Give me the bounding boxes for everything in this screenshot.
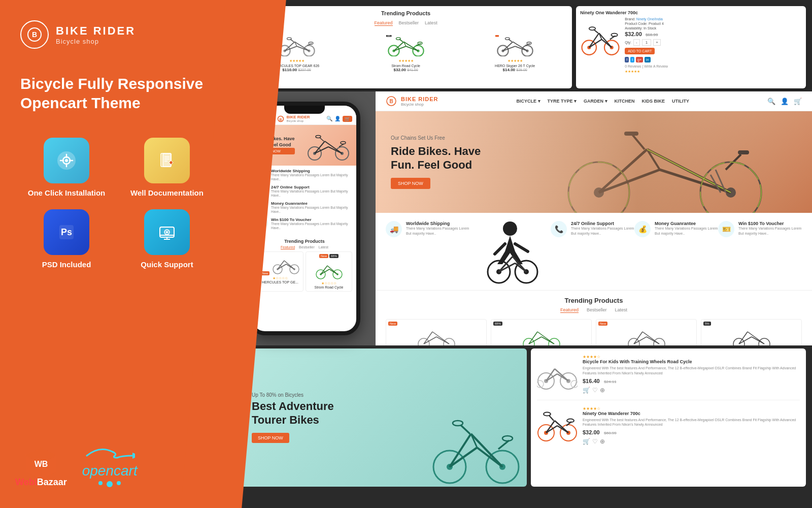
desk-money-title: Money Guanrantee (655, 221, 718, 226)
desk-user-icon[interactable]: 👤 (781, 98, 789, 105)
desk-cart-icon[interactable]: 🛒 (794, 98, 802, 105)
dot3 (117, 481, 121, 485)
phone-search-icon[interactable]: 🔍 (326, 116, 332, 122)
svg-text:B: B (280, 118, 282, 121)
svg-point-174 (453, 421, 463, 426)
dot2 (107, 481, 113, 487)
svg-point-64 (527, 42, 531, 44)
phone-user-icon[interactable]: 👤 (334, 116, 341, 122)
svg-text:B: B (32, 30, 37, 39)
kids-cart-icon[interactable]: 🛒 (583, 387, 590, 394)
svg-point-129 (503, 221, 517, 236)
bottom-right-products: ★★★★☆ Bicycle For Kids With Training Whe… (531, 348, 806, 487)
kids-stars: ★★★★☆ (583, 355, 800, 359)
svg-line-163 (752, 337, 764, 344)
sc-detail-flex: Brand: Ninety One/India Product Code: Pr… (580, 17, 802, 74)
sc-tab-featured: Featured (375, 20, 393, 26)
desk-nav-links: BICYCLE ▾ TYRE TYPE ▾ GARDEN ▾ KITCHEN K… (517, 99, 690, 104)
svg-point-50 (418, 42, 422, 44)
phone-trending-title: Trending Products (257, 239, 352, 244)
phone-badge-pct-2: 68% (329, 254, 339, 258)
bottom-product-info-kids: ★★★★☆ Bicycle For Kids With Training Whe… (583, 355, 800, 394)
phone-tab-featured[interactable]: Featured (281, 245, 295, 249)
kids-price: $16.40 (583, 378, 600, 384)
wanderer-cart-icon[interactable]: 🛒 (583, 438, 590, 445)
phone-feat-support: 📞 24/7 Online Support There Many Variati… (257, 185, 352, 198)
desk-tab-featured[interactable]: Featured (560, 307, 579, 313)
svg-line-150 (529, 337, 542, 344)
product-detail-screenshot: Ninety One Wanderer 700c (576, 6, 806, 88)
svg-line-191 (546, 421, 555, 433)
feature-psd: Ps PSD Included (20, 209, 113, 269)
phone-voucher-title: Win $100 To Voucher (271, 217, 352, 222)
kids-title: Bicycle For Kids With Training Wheels Ro… (583, 359, 800, 364)
tagline: Bicycle Fully Responsive Opencart Theme (0, 59, 233, 128)
svg-point-76 (589, 27, 595, 30)
svg-point-196 (544, 412, 551, 416)
svg-line-89 (320, 138, 324, 141)
wanderer-compare-icon[interactable]: ⊕ (600, 438, 605, 445)
kids-desc: Engineered With The best features And Pe… (583, 366, 800, 376)
sc-brand-row: Brand: Ninety One/India (625, 17, 802, 21)
sc-products: ★★★★★ HERCULES TOP GEAR 626 $110.00 $207… (240, 29, 572, 74)
phone-voucher-sub: There Many Variations Passages Lorem But… (271, 222, 352, 231)
bottom-product-wanderer: ★★★★☆ Ninety One Wanderer 700c Engineere… (537, 406, 800, 452)
svg-point-4 (65, 159, 68, 162)
desk-nav-utility[interactable]: UTILITY (672, 99, 689, 104)
svg-line-195 (549, 416, 554, 421)
feature-quick-support: Quick Support (121, 209, 213, 269)
desk-search-icon[interactable]: 🔍 (767, 98, 775, 105)
bottom-banner-small: Up To 80% on Bicycles (252, 392, 515, 398)
wanderer-heart-icon[interactable]: ♡ (592, 438, 598, 445)
desk-feat-voucher-right: 🎫 Win $100 To Voucher There Many Variati… (718, 221, 802, 282)
kids-compare-icon[interactable]: ⊕ (600, 387, 605, 394)
desk-hero-text: Our Chains Set Us Free Ride Bikes. HaveF… (376, 120, 496, 204)
sc-trending-tabs: Featured Bestseller Latest (240, 20, 572, 26)
desk-hero-btn[interactable]: SHOP NOW (391, 178, 430, 189)
phone-products-row: New (257, 251, 352, 292)
sc-li[interactable]: in (645, 57, 650, 62)
bottom-product-info-wanderer: ★★★★☆ Ninety One Wanderer 700c Engineere… (583, 406, 800, 446)
desk-prod-badge-3: New (598, 322, 607, 326)
sc-g[interactable]: g+ (636, 57, 643, 62)
desk-tab-latest[interactable]: Latest (615, 307, 628, 313)
kids-old-price: $24.11 (604, 379, 616, 384)
sc-qty-plus[interactable]: + (653, 39, 661, 46)
desk-nav-garden[interactable]: GARDEN ▾ (584, 99, 607, 104)
desk-nav-bicycle[interactable]: BICYCLE ▾ (517, 99, 540, 104)
desk-trending-title: Trending Products (386, 297, 802, 304)
sc-fb[interactable]: f (625, 57, 629, 62)
phone-tab-latest[interactable]: Latest (319, 245, 328, 249)
desk-money-icon: 💰 (634, 221, 651, 237)
phone-shipping-title: Worldwide Shipping (271, 169, 352, 173)
trending-screenshot: Trending Products Featured Bestseller La… (240, 6, 572, 88)
svg-line-162 (739, 337, 752, 344)
svg-line-160 (739, 332, 748, 344)
desk-tab-bestseller[interactable]: Bestseller (587, 307, 607, 313)
sc-add-cart-btn[interactable]: ADD TO CART (625, 48, 655, 54)
svg-point-62 (505, 38, 510, 40)
svg-line-175 (498, 440, 509, 449)
sc-detail-img (580, 17, 621, 58)
desk-brand-name: BIKE RIDER (401, 96, 438, 102)
sc-qty-minus[interactable]: - (633, 39, 640, 46)
svg-marker-23 (132, 453, 135, 459)
phone-prod-name-1: HERCULES TOP GE... (259, 280, 301, 284)
desk-feat-shipping: 🚚 Worldwide Shipping There Many Variatio… (386, 221, 469, 282)
desk-nav-tyre[interactable]: TYRE TYPE ▾ (548, 99, 577, 104)
svg-line-151 (542, 337, 554, 344)
one-click-label: One Click Installation (28, 188, 106, 197)
desk-prod-badge-4: 5% (703, 322, 711, 326)
desk-nav-kids[interactable]: KIDS BIKE (642, 99, 665, 104)
bottom-banner-btn[interactable]: SHOP NOW (252, 433, 289, 443)
kids-heart-icon[interactable]: ♡ (592, 387, 598, 394)
svg-line-144 (424, 337, 436, 344)
phone-cart-btn[interactable]: 🛒 (343, 116, 352, 122)
sc-review-links: 0 Reviews | Write A Review (625, 65, 802, 68)
wanderer-title: Ninety One Wanderer 700c (583, 411, 800, 416)
sc-product-stars: ★★★★★ (625, 70, 802, 74)
sc-tw[interactable]: t (630, 57, 634, 62)
bottom-banner: Up To 80% on Bicycles Best AdventureTour… (240, 348, 527, 487)
phone-tab-bestseller[interactable]: Bestseller (299, 245, 315, 249)
desk-nav-kitchen[interactable]: KITCHEN (615, 99, 635, 104)
